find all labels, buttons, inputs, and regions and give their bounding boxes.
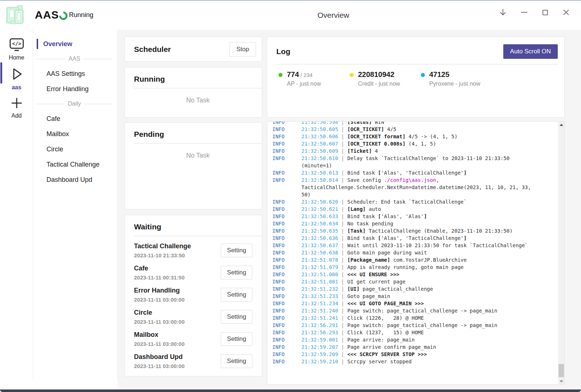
sidebar-group-divider: Daily (33, 97, 117, 111)
log-line: INFO21:32:51.080 | <<< UI ENSURE >>> (272, 271, 532, 278)
sidebar-item-tactical-challenge[interactable]: Tactical Challenge (33, 157, 117, 172)
scheduler-status-text: Running (69, 11, 93, 19)
sidebar-item-mailbox[interactable]: Mailbox (33, 126, 117, 142)
sidebar-item-overview[interactable]: Overview (33, 36, 117, 52)
log-scrollbar[interactable] (558, 122, 564, 384)
task-sidebar: OverviewAASAAS SettingsError HandlingDai… (33, 30, 117, 380)
log-separator: | (338, 322, 347, 328)
sidebar-item-cafe[interactable]: Cafe (33, 111, 117, 126)
waiting-task-name: Error Handling (134, 287, 221, 294)
log-timestamp: 21:32:51.240 (301, 308, 338, 314)
setting-button[interactable]: Setting (221, 332, 252, 346)
minimize-icon[interactable] (519, 8, 529, 17)
log-level: INFO (272, 213, 301, 220)
log-level: INFO (272, 329, 301, 336)
sidebar-item-aas-settings[interactable]: AAS Settings (33, 66, 117, 81)
waiting-task-row: Tactical Challenge2023-11-10 21:33:50Set… (134, 239, 256, 261)
running-title: Running (134, 75, 262, 83)
log-line: INFO21:32:59.207 | Page arrive confirm p… (272, 343, 532, 351)
log-line: INFO21:32:51.081 | UI get current page (272, 278, 532, 285)
waiting-card: Waiting Tactical Challenge2023-11-10 21:… (125, 215, 262, 376)
log-output[interactable]: INFO21:32:50.598 | [Status] WININFO21:32… (267, 121, 565, 385)
log-separator: | (338, 141, 347, 147)
log-message-segment: <<< UI ENSURE >>> (347, 271, 399, 277)
log-timestamp: 21:32:51.233 (301, 293, 338, 299)
maximize-icon[interactable] (540, 8, 550, 17)
log-timestamp: 21:32:50.613 (301, 170, 338, 176)
log-line: INFO21:32:56.293 | Click (1237, 15) @ HO… (272, 329, 532, 336)
log-line: INFO21:32:50.633 | Bind task ['Alas', 'A… (272, 213, 532, 220)
waiting-task-row: Cafe2023-11-11 00:31:50Setting (134, 261, 256, 283)
log-message-segment: [Status] (347, 121, 371, 125)
log-line: INFO21:32:50.621 | [Lang] auto (272, 205, 532, 213)
sidebar-item-dashboard-upd[interactable]: Dashboard Upd (33, 172, 117, 187)
setting-button[interactable]: Setting (221, 244, 252, 257)
setting-button[interactable]: Setting (221, 310, 252, 324)
log-message-segment: Click (1237, 15) @ HOME (347, 330, 424, 335)
play-icon (9, 66, 25, 83)
log-message-segment: [ (378, 235, 381, 241)
log-timestamp: 21:32:50.633 (301, 213, 338, 219)
log-timestamp: 21:32:50.636 (301, 235, 338, 241)
waiting-task-row: Circle2023-11-11 03:00:00Setting (134, 306, 256, 328)
download-update-icon[interactable] (498, 8, 508, 17)
waiting-task-name: Dashboard Upd (134, 353, 221, 361)
log-message-segment: Save config (347, 177, 384, 183)
setting-button[interactable]: Setting (221, 288, 252, 302)
stop-button[interactable]: Stop (229, 42, 256, 57)
rail-item-add[interactable]: Add (0, 91, 33, 119)
log-level: INFO (272, 256, 301, 264)
log-line: INFO21:32:50.607 | [OCR_TICKET 0.008s] (… (272, 140, 532, 147)
running-card: Running No Task (125, 67, 262, 118)
log-message-segment: [Package_name] (347, 257, 390, 263)
log-message-segment: ] (424, 213, 427, 219)
log-message-segment: No task pending (347, 221, 393, 226)
close-icon[interactable] (561, 8, 571, 17)
sidebar-group-label: Daily (68, 101, 81, 107)
log-separator: | (338, 235, 347, 241)
rail-item-home[interactable]: </> Home (0, 30, 33, 61)
log-timestamp: 21:32:50.605 (301, 126, 338, 132)
setting-button[interactable]: Setting (221, 354, 252, 368)
scroll-up-icon[interactable] (558, 122, 564, 128)
log-separator: | (338, 221, 347, 226)
log-timestamp: 21:32:50.598 (301, 121, 338, 125)
sidebar-item-error-handling[interactable]: Error Handling (33, 81, 117, 97)
waiting-task-info: Dashboard Upd2023-11-11 03:00:00 (134, 353, 221, 369)
stat-item: 47125Pyroxene - just now (419, 70, 490, 87)
log-timestamp: 21:32:51.232 (301, 286, 338, 292)
setting-button[interactable]: Setting (221, 266, 252, 279)
log-timestamp: 21:32:50.621 (301, 206, 338, 212)
scrollbar-thumb[interactable] (558, 364, 564, 377)
log-separator: | (338, 257, 347, 263)
log-separator: | (338, 177, 347, 183)
pending-empty-text: No Task (134, 152, 262, 159)
log-timestamp: 21:32:51.234 (301, 301, 338, 306)
log-separator: | (338, 148, 347, 154)
app-name: AAS (35, 9, 59, 21)
stat-label: Credit - just now (358, 81, 400, 87)
rail-item-label: Add (11, 113, 21, 119)
plus-icon (9, 96, 24, 112)
rail-item-label: aas (12, 84, 21, 91)
log-separator: | (338, 308, 347, 314)
rail-item-aas[interactable]: aas (0, 61, 33, 91)
scroll-down-icon[interactable] (558, 378, 564, 384)
log-level: INFO (272, 121, 301, 126)
sidebar-item-circle[interactable]: Circle (33, 142, 117, 157)
log-separator: | (338, 250, 347, 256)
log-message-segment: <<< SCRCPY SERVER STOP >>> (347, 351, 427, 357)
log-line: INFO21:32:59.001 | Page arrive: page_mai… (272, 336, 532, 343)
divider-line (84, 59, 113, 59)
log-level: INFO (272, 220, 301, 227)
auto-scroll-button[interactable]: Auto Scroll ON (503, 44, 558, 59)
log-level: INFO (272, 336, 301, 343)
log-line: INFO21:32:51.079 | App is already runnin… (272, 264, 532, 271)
waiting-task-name: Mailbox (134, 331, 221, 339)
log-line: INFO21:32:50.606 | [OCR_TICKET format] 4… (272, 133, 532, 140)
log-line: INFO21:32:51.078 | [Package_name] com.Yo… (272, 256, 532, 264)
log-separator: | (338, 126, 347, 132)
log-line: INFO21:32:50.614 | Save config ./config\… (272, 176, 532, 198)
waiting-task-list: Tactical Challenge2023-11-10 21:33:50Set… (134, 239, 262, 372)
log-message-segment: Bind task (347, 170, 378, 176)
